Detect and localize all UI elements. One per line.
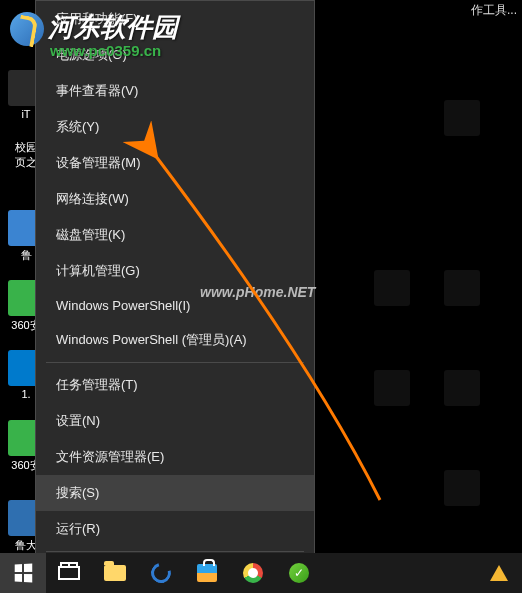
- menu-system[interactable]: 系统(Y): [36, 109, 314, 145]
- taskbar-chrome[interactable]: [230, 553, 276, 593]
- taskbar-store[interactable]: [184, 553, 230, 593]
- taskview-icon: [58, 566, 80, 580]
- menu-apps-features[interactable]: 应用和功能(F): [36, 1, 314, 37]
- desktop-icon[interactable]: [440, 470, 484, 508]
- edge-icon: [147, 559, 174, 586]
- menu-search[interactable]: 搜索(S): [36, 475, 314, 511]
- desktop-icon[interactable]: [370, 370, 414, 408]
- taskbar-360[interactable]: ✓: [276, 553, 322, 593]
- menu-settings[interactable]: 设置(N): [36, 403, 314, 439]
- winx-context-menu: 应用和功能(F) 电源选项(O) 事件查看器(V) 系统(Y) 设备管理器(M)…: [35, 0, 315, 593]
- folder-icon: [104, 565, 126, 581]
- start-button[interactable]: [0, 553, 46, 593]
- menu-disk-management[interactable]: 磁盘管理(K): [36, 217, 314, 253]
- chrome-icon: [243, 563, 263, 583]
- menu-file-explorer[interactable]: 文件资源管理器(E): [36, 439, 314, 475]
- triangle-icon: [490, 565, 508, 581]
- taskbar-edge[interactable]: [138, 553, 184, 593]
- store-icon: [197, 564, 217, 582]
- taskbar-app[interactable]: [476, 553, 522, 593]
- desktop-icon[interactable]: [370, 270, 414, 308]
- taskbar: ✓: [0, 553, 522, 593]
- menu-network-connections[interactable]: 网络连接(W): [36, 181, 314, 217]
- taskbar-file-explorer[interactable]: [92, 553, 138, 593]
- menu-separator: [46, 551, 304, 552]
- menu-task-manager[interactable]: 任务管理器(T): [36, 367, 314, 403]
- desktop-icon[interactable]: [440, 100, 484, 138]
- menu-powershell[interactable]: Windows PowerShell(I): [36, 289, 314, 322]
- window-title-fragment: 作工具...: [471, 2, 517, 19]
- menu-power-options[interactable]: 电源选项(O): [36, 37, 314, 73]
- taskview-button[interactable]: [46, 553, 92, 593]
- menu-event-viewer[interactable]: 事件查看器(V): [36, 73, 314, 109]
- qihoo-icon: ✓: [289, 563, 309, 583]
- desktop-icon[interactable]: [440, 370, 484, 408]
- menu-run[interactable]: 运行(R): [36, 511, 314, 547]
- menu-computer-management[interactable]: 计算机管理(G): [36, 253, 314, 289]
- menu-device-manager[interactable]: 设备管理器(M): [36, 145, 314, 181]
- windows-icon: [15, 563, 33, 582]
- menu-powershell-admin[interactable]: Windows PowerShell (管理员)(A): [36, 322, 314, 358]
- menu-separator: [46, 362, 304, 363]
- desktop-icon[interactable]: [440, 270, 484, 308]
